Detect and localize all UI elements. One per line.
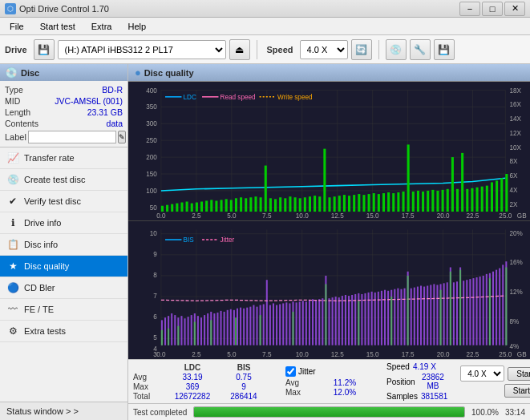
svg-rect-78 (274, 199, 277, 212)
status-window-button[interactable]: Status window > > (0, 402, 127, 420)
svg-rect-97 (368, 194, 370, 212)
nav-extra-tests-label: Extra tests (24, 326, 66, 336)
svg-rect-281 (177, 325, 179, 345)
menu-help[interactable]: Help (121, 20, 152, 33)
svg-rect-191 (220, 310, 222, 345)
svg-rect-187 (207, 313, 208, 345)
svg-rect-252 (420, 285, 422, 345)
svg-text:300: 300 (146, 120, 157, 127)
menu-extra[interactable]: Extra (85, 20, 119, 33)
svg-rect-290 (407, 275, 409, 345)
mid-label: MID (5, 96, 20, 106)
maximize-button[interactable]: □ (482, 2, 503, 16)
svg-rect-74 (254, 196, 257, 212)
nav-cd-bler[interactable]: 🔵 CD Bler (0, 277, 127, 299)
app-icon: ⬡ (5, 3, 16, 14)
length-label: Length (5, 107, 30, 117)
svg-rect-81 (289, 196, 291, 212)
svg-rect-121 (486, 186, 488, 212)
svg-text:22.5: 22.5 (466, 212, 479, 220)
nav-disc-quality-label: Disc quality (24, 261, 69, 271)
svg-text:10: 10 (150, 229, 157, 236)
menu-start-test[interactable]: Start test (34, 20, 82, 33)
svg-rect-85 (309, 196, 311, 212)
jitter-checkbox-area[interactable]: Jitter (285, 366, 369, 377)
media-button[interactable]: 💿 (386, 39, 407, 60)
svg-text:12%: 12% (509, 288, 523, 295)
svg-rect-293 (459, 269, 461, 345)
speed-select[interactable]: 4.0 X (300, 40, 348, 59)
svg-rect-240 (381, 290, 382, 345)
settings-button[interactable]: 🔧 (410, 39, 431, 60)
svg-text:8X: 8X (509, 158, 517, 165)
svg-text:5.0: 5.0 (227, 351, 237, 358)
svg-rect-259 (443, 283, 445, 345)
svg-rect-114 (451, 157, 454, 212)
disc-label-input[interactable] (28, 131, 116, 143)
minimize-button[interactable]: − (459, 2, 480, 16)
svg-rect-277 (502, 265, 504, 345)
disc-panel: 💿 Disc Type BD-R MID JVC-AMS6L (001) Len… (0, 64, 127, 147)
nav-create-test-disc[interactable]: 💿 Create test disc (0, 169, 127, 191)
svg-rect-220 (315, 300, 317, 345)
drive-select[interactable]: (H:) ATAPI iHBS312 2 PL17 (58, 40, 226, 59)
jitter-checkbox[interactable] (285, 366, 296, 377)
svg-rect-125 (505, 174, 508, 212)
svg-rect-283 (210, 320, 212, 345)
ldc-header: LDC (168, 363, 216, 372)
svg-text:4%: 4% (509, 342, 519, 349)
progress-track (193, 406, 465, 418)
speed-stat-label: Speed (386, 362, 410, 371)
close-button[interactable]: ✕ (504, 2, 525, 16)
svg-rect-205 (266, 280, 268, 345)
nav-create-test-disc-label: Create test disc (24, 175, 85, 184)
svg-rect-108 (422, 192, 424, 212)
save-button[interactable]: 💾 (434, 39, 455, 60)
svg-rect-63 (200, 202, 203, 212)
nav-verify-test-disc[interactable]: ✔ Verify test disc (0, 191, 127, 212)
svg-text:2.5: 2.5 (192, 212, 201, 220)
svg-rect-267 (469, 279, 471, 345)
stats-bar: LDC BIS Avg 33.19 0.75 Max 369 9 Total 1… (128, 359, 530, 403)
nav-drive-info[interactable]: ℹ Drive info (0, 212, 127, 234)
svg-rect-89 (328, 197, 330, 212)
svg-rect-70 (235, 198, 237, 212)
svg-rect-255 (430, 285, 431, 345)
nav-fe-te[interactable]: 〰 FE / TE (0, 299, 127, 321)
nav-transfer-rate[interactable]: 📈 Transfer rate (0, 147, 127, 169)
svg-rect-113 (447, 189, 449, 212)
svg-rect-120 (481, 187, 483, 212)
svg-rect-189 (213, 313, 215, 345)
disc-label-btn[interactable]: ✎ (118, 131, 126, 143)
start-full-button[interactable]: Start full (508, 367, 530, 381)
svg-rect-212 (289, 303, 290, 345)
svg-text:GB: GB (517, 212, 527, 220)
avg-jitter-label: Avg (285, 378, 318, 387)
progress-fill (194, 407, 464, 417)
svg-rect-288 (358, 301, 359, 345)
svg-rect-100 (382, 193, 385, 212)
svg-rect-185 (200, 317, 202, 345)
svg-rect-60 (186, 202, 188, 212)
menu-file[interactable]: File (3, 20, 30, 33)
svg-rect-84 (304, 197, 306, 212)
refresh-button[interactable]: 🔄 (351, 39, 372, 60)
svg-rect-199 (246, 307, 248, 345)
nav-extra-tests[interactable]: ⚙ Extra tests (0, 321, 127, 342)
svg-rect-109 (427, 191, 429, 212)
svg-rect-282 (194, 321, 196, 345)
eject-button[interactable]: ⏏ (229, 39, 250, 60)
svg-rect-122 (491, 182, 493, 212)
disc-info-icon: 📋 (6, 238, 19, 251)
svg-text:4X: 4X (509, 187, 517, 194)
svg-rect-285 (260, 315, 261, 345)
svg-text:150: 150 (146, 171, 157, 178)
svg-rect-249 (411, 288, 412, 345)
svg-text:7.5: 7.5 (262, 351, 272, 358)
nav-disc-quality[interactable]: ★ Disc quality (0, 256, 127, 277)
svg-rect-180 (184, 318, 186, 345)
start-part-button[interactable]: Start part (504, 384, 530, 398)
nav-disc-info[interactable]: 📋 Disc info (0, 234, 127, 256)
test-speed-select[interactable]: 4.0 X (460, 365, 504, 382)
svg-rect-196 (237, 308, 238, 345)
